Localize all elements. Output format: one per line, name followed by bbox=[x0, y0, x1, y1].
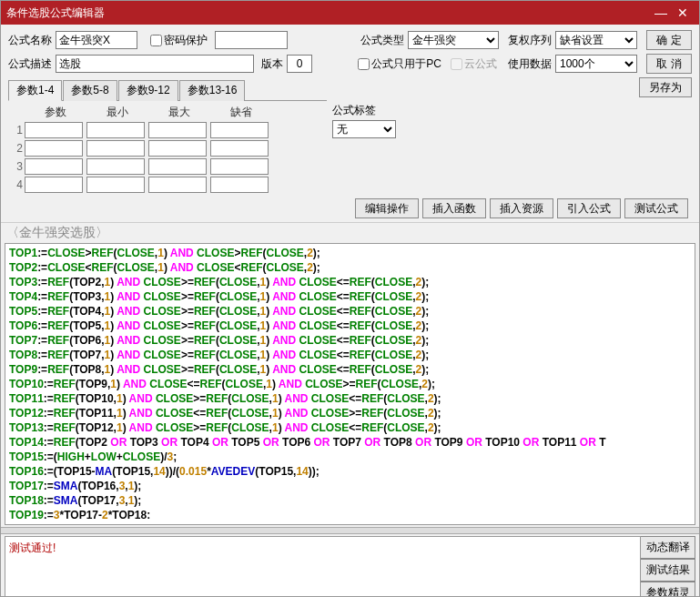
param-3-max[interactable] bbox=[148, 158, 207, 175]
tab-params-1-4[interactable]: 参数1-4 bbox=[8, 80, 62, 101]
param-4-name[interactable] bbox=[25, 177, 83, 193]
reseq-label: 复权序列 bbox=[508, 33, 552, 48]
param-4-def[interactable] bbox=[210, 177, 269, 193]
tab-params-9-12[interactable]: 参数9-12 bbox=[118, 80, 178, 101]
param-grid: 参数 最小 最大 缺省 1234 bbox=[8, 105, 327, 193]
version-label: 版本 bbox=[261, 56, 283, 72]
minimize-button[interactable]: — bbox=[650, 4, 672, 22]
password-protect[interactable]: 密码保护 bbox=[150, 33, 208, 48]
tag-select[interactable]: 无 bbox=[332, 120, 396, 138]
insert-fn-button[interactable]: 插入函数 bbox=[422, 198, 486, 218]
param-1-min[interactable] bbox=[86, 122, 145, 138]
usedata-select[interactable]: 1000个 bbox=[555, 55, 637, 73]
name-label: 公式名称 bbox=[8, 33, 52, 48]
tag-label: 公式标签 bbox=[332, 104, 376, 116]
edit-op-button[interactable]: 编辑操作 bbox=[355, 198, 419, 218]
type-select[interactable]: 金牛强突 bbox=[408, 31, 499, 49]
titlebar: 条件选股公式编辑器 — ✕ bbox=[1, 1, 699, 25]
password-input[interactable] bbox=[215, 31, 288, 49]
cancel-button[interactable]: 取 消 bbox=[646, 54, 692, 74]
name-input[interactable] bbox=[56, 31, 137, 49]
param-2-max[interactable] bbox=[148, 140, 207, 157]
close-button[interactable]: ✕ bbox=[672, 4, 694, 22]
param-hdr-name: 参数 bbox=[25, 105, 86, 120]
param-1-name[interactable] bbox=[25, 122, 83, 138]
splitter[interactable] bbox=[1, 527, 699, 534]
param-4-min[interactable] bbox=[86, 177, 145, 193]
import-formula-button[interactable]: 引入公式 bbox=[557, 198, 621, 218]
insert-res-button[interactable]: 插入资源 bbox=[490, 198, 553, 218]
ok-button[interactable]: 确 定 bbox=[646, 30, 692, 50]
formula-editor[interactable]: TOP1:=CLOSE>REF(CLOSE,1) AND CLOSE>REF(C… bbox=[5, 243, 695, 525]
param-hdr-def: 缺省 bbox=[210, 105, 272, 120]
param-2-name[interactable] bbox=[25, 140, 83, 157]
tab-params-5-8[interactable]: 参数5-8 bbox=[63, 80, 117, 101]
pc-only-checkbox[interactable] bbox=[358, 58, 370, 70]
param-2-def[interactable] bbox=[210, 140, 269, 157]
param-1-def[interactable] bbox=[210, 122, 269, 138]
saveas-button[interactable]: 另存为 bbox=[639, 77, 692, 97]
param-3-def[interactable] bbox=[210, 158, 269, 175]
param-4-max[interactable] bbox=[148, 177, 207, 193]
desc-label: 公式描述 bbox=[8, 56, 52, 72]
param-1-max[interactable] bbox=[148, 122, 207, 138]
form-area: 公式名称 密码保护 公式类型 金牛强突 复权序列 缺省设置 确 定 公式描述 版… bbox=[1, 25, 699, 223]
param-hdr-max: 最大 bbox=[148, 105, 210, 120]
param-wizard-button[interactable]: 参数精灵 bbox=[641, 582, 695, 597]
param-hdr-min: 最小 bbox=[86, 105, 148, 120]
cloud-checkbox bbox=[451, 58, 462, 70]
password-checkbox[interactable] bbox=[150, 35, 162, 46]
param-2-min[interactable] bbox=[86, 140, 145, 157]
log-panel: 测试通过! bbox=[5, 536, 641, 597]
param-3-name[interactable] bbox=[25, 158, 83, 175]
reseq-select[interactable]: 缺省设置 bbox=[555, 31, 637, 49]
version-input[interactable] bbox=[287, 55, 312, 73]
type-label: 公式类型 bbox=[360, 33, 404, 48]
test-formula-button[interactable]: 测试公式 bbox=[624, 198, 688, 218]
param-3-min[interactable] bbox=[86, 158, 145, 175]
desc-input[interactable] bbox=[56, 55, 254, 73]
dyn-translate-button[interactable]: 动态翻译 bbox=[641, 536, 695, 559]
action-row: 编辑操作 插入函数 插入资源 引入公式 测试公式 bbox=[8, 198, 692, 218]
tab-params-13-16[interactable]: 参数13-16 bbox=[179, 80, 246, 101]
pc-only[interactable]: 公式只用于PC bbox=[358, 56, 441, 72]
test-result-button[interactable]: 测试结果 bbox=[641, 559, 695, 582]
param-tabs: 参数1-4 参数5-8 参数9-12 参数13-16 bbox=[8, 79, 327, 101]
cloud-formula[interactable]: 云公式 bbox=[451, 56, 497, 72]
editor-title: 〈金牛强突选股〉 bbox=[1, 223, 699, 243]
usedata-label: 使用数据 bbox=[508, 56, 552, 72]
window-title: 条件选股公式编辑器 bbox=[6, 5, 105, 21]
